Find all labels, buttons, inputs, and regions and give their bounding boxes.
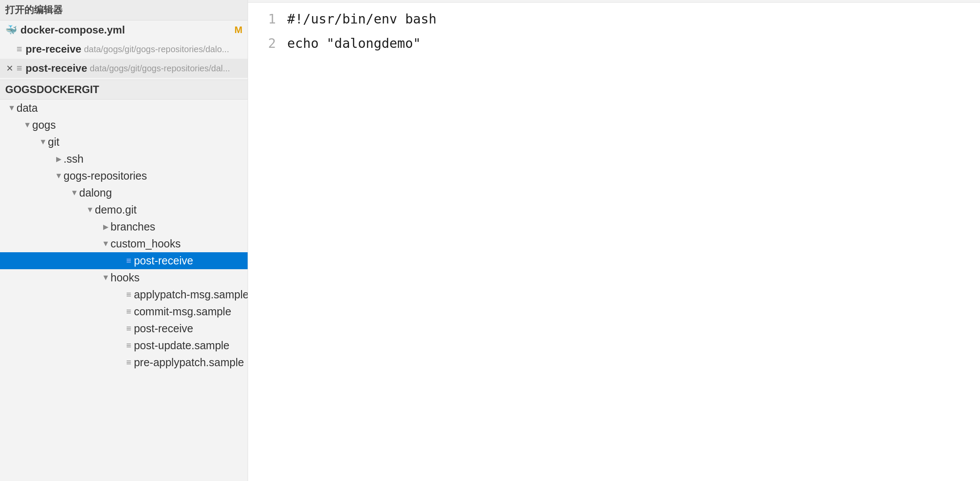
item-label-branches: branches xyxy=(111,220,155,233)
arrow-gogs: ▼ xyxy=(23,120,32,130)
code-content[interactable]: #!/usr/bin/env bash echo "dalongdemo" xyxy=(283,7,980,481)
tab-modified-badge: M xyxy=(235,24,242,36)
arrow-gogs-repos: ▼ xyxy=(54,171,64,180)
arrow-custom-hooks: ▼ xyxy=(101,239,111,248)
tree-item-ssh[interactable]: ▶ .ssh xyxy=(0,150,248,167)
tree-item-commit-msg[interactable]: ≡ commit-msg.sample xyxy=(0,303,248,320)
tree-item-gogs-repos[interactable]: ▼ gogs-repositories xyxy=(0,167,248,184)
tree-item-branches[interactable]: ▶ branches xyxy=(0,218,248,235)
item-label-gogs-repos: gogs-repositories xyxy=(64,170,147,182)
file-icon-applypatch: ≡ xyxy=(126,290,131,300)
tab-post-receive[interactable]: ✕ ≡ post-receive data/gogs/git/gogs-repo… xyxy=(0,59,248,78)
file-icon-pre-applypatch: ≡ xyxy=(126,357,131,367)
docker-icon: 🐳 xyxy=(5,24,17,36)
file-icon-post: ≡ xyxy=(17,63,22,74)
item-label-gogs: gogs xyxy=(32,119,56,131)
tree-root[interactable]: GOGSDOCKERGIT xyxy=(0,80,248,100)
tree-item-post-receive-hooks[interactable]: ≡ post-receive xyxy=(0,320,248,337)
tab-name-post: post-receive xyxy=(26,62,87,74)
line-number-1: 1 xyxy=(255,7,276,31)
arrow-hooks: ▼ xyxy=(101,273,111,282)
file-icon-commit-msg: ≡ xyxy=(126,307,131,317)
tree-item-gogs[interactable]: ▼ gogs xyxy=(0,117,248,134)
arrow-branches: ▶ xyxy=(101,223,111,231)
item-label-post-update: post-update.sample xyxy=(134,339,230,352)
tree-item-post-update[interactable]: ≡ post-update.sample xyxy=(0,337,248,354)
item-label-demo-git: demo.git xyxy=(95,204,137,216)
file-icon-pre: ≡ xyxy=(17,43,22,55)
code-line-2: echo "dalongdemo" xyxy=(287,31,980,56)
tree-item-hooks[interactable]: ▼ hooks xyxy=(0,269,248,286)
open-editors-label: 打开的编辑器 xyxy=(5,4,63,15)
item-label-hooks: hooks xyxy=(111,271,140,284)
item-label-custom-hooks: custom_hooks xyxy=(111,237,181,250)
code-line-1: #!/usr/bin/env bash xyxy=(287,7,980,31)
tab-docker-compose[interactable]: 🐳 docker-compose.yml M xyxy=(0,20,248,40)
item-label-post-receive-sel: post-receive xyxy=(134,254,193,267)
item-label-post-receive-hooks: post-receive xyxy=(134,322,193,335)
file-icon-post-receive-hooks: ≡ xyxy=(126,324,131,334)
item-label-applypatch: applypatch-msg.sample xyxy=(134,288,248,301)
tab-path-post: data/gogs/git/gogs-repositories/dal... xyxy=(90,63,230,73)
tree-item-data[interactable]: ▼ data xyxy=(0,100,248,117)
editor-content[interactable]: 1 2 #!/usr/bin/env bash echo "dalongdemo… xyxy=(248,3,980,481)
tab-pre-receive[interactable]: ≡ pre-receive data/gogs/git/gogs-reposit… xyxy=(0,40,248,59)
item-label-git: git xyxy=(48,136,59,148)
tab-path-pre: data/gogs/git/gogs-repositories/dalo... xyxy=(84,44,229,54)
sidebar: 打开的编辑器 🐳 docker-compose.yml M ≡ pre-rece… xyxy=(0,0,248,481)
line-number-2: 2 xyxy=(255,31,276,56)
tree-item-custom-hooks[interactable]: ▼ custom_hooks xyxy=(0,235,248,252)
tree-item-post-receive-selected[interactable]: ≡ post-receive xyxy=(0,252,248,269)
arrow-data: ▼ xyxy=(7,104,17,113)
file-icon-post-receive: ≡ xyxy=(126,256,131,266)
tab-name-docker: docker-compose.yml xyxy=(20,24,125,36)
tab-name-pre: pre-receive xyxy=(26,43,81,55)
tree-item-demo-git[interactable]: ▼ demo.git xyxy=(0,201,248,218)
editor-area: 1 2 #!/usr/bin/env bash echo "dalongdemo… xyxy=(248,0,980,481)
item-label-pre-applypatch: pre-applypatch.sample xyxy=(134,356,244,369)
tree-item-applypatch[interactable]: ≡ applypatch-msg.sample xyxy=(0,286,248,303)
item-label-ssh: .ssh xyxy=(64,153,84,165)
file-icon-post-update: ≡ xyxy=(126,341,131,351)
item-label-dalong: dalong xyxy=(79,187,112,199)
tree-root-label: GOGSDOCKERGIT xyxy=(5,84,99,96)
arrow-demo-git: ▼ xyxy=(85,205,95,214)
item-label-commit-msg: commit-msg.sample xyxy=(134,305,232,318)
line-numbers: 1 2 xyxy=(248,7,283,481)
close-icon[interactable]: ✕ xyxy=(5,63,14,73)
tree-item-git[interactable]: ▼ git xyxy=(0,134,248,150)
arrow-ssh: ▶ xyxy=(54,155,64,163)
item-label-data: data xyxy=(17,102,38,114)
tree-item-pre-applypatch[interactable]: ≡ pre-applypatch.sample xyxy=(0,354,248,371)
tree-item-dalong[interactable]: ▼ dalong xyxy=(0,184,248,201)
open-editors-header: 打开的编辑器 xyxy=(0,0,248,20)
arrow-git: ▼ xyxy=(38,137,48,147)
arrow-dalong: ▼ xyxy=(70,188,79,197)
